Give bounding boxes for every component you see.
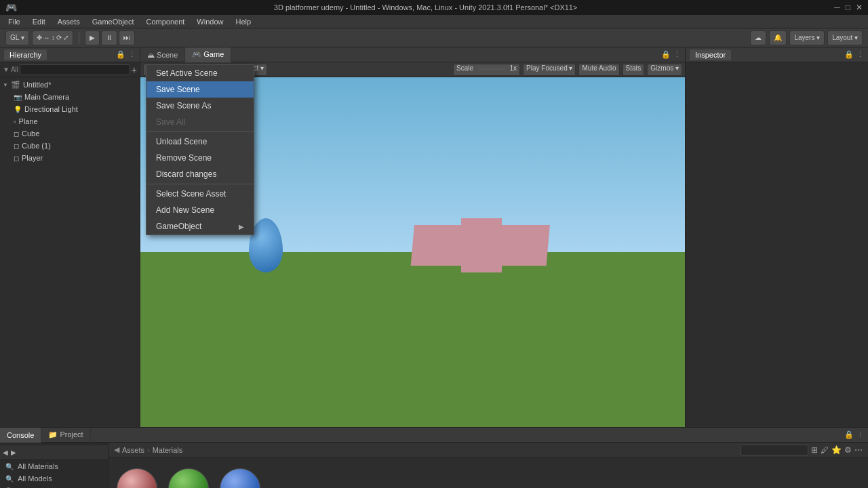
hierarchy-item-plane[interactable]: ▫ Plane	[0, 115, 140, 127]
scene-menu-icon[interactable]: ⋮	[673, 50, 681, 59]
console-tab[interactable]: Console	[0, 428, 41, 443]
all-materials-item[interactable]: 🔍 All Materials	[0, 460, 108, 472]
bottom-panels: Console 📁 Project 🔒 ⋮ ◀ ▶ 🔍 All Material…	[0, 427, 868, 488]
inspector-lock-icon[interactable]: 🔒	[844, 50, 854, 59]
project-nav: ◀ ▶ 🔍 All Materials 🔍 All Models 🔍 All P…	[0, 443, 108, 488]
bottom-lock-icon[interactable]: 🔒	[844, 430, 854, 439]
collab-button[interactable]: 🔔	[769, 30, 787, 45]
menu-window[interactable]: Window	[191, 16, 229, 27]
menu-edit[interactable]: Edit	[27, 16, 51, 27]
asset-btn3[interactable]: ⭐	[831, 445, 842, 455]
inspector-menu-icon[interactable]: ⋮	[856, 50, 864, 59]
ground-material-item[interactable]: Ground	[168, 468, 209, 488]
asset-btn5[interactable]: ⋯	[854, 445, 863, 455]
ctx-unload-scene[interactable]: Unload Scene	[146, 134, 254, 150]
game-tab[interactable]: 🎮 Game	[185, 47, 231, 62]
project-left-arrow[interactable]: ◀	[3, 449, 8, 456]
inspector-header: Inspector 🔒 ⋮	[686, 47, 868, 62]
breadcrumb-materials[interactable]: Materials	[153, 446, 183, 454]
asset-btn4[interactable]: ⚙	[844, 445, 852, 455]
inspector-panel: Inspector 🔒 ⋮	[685, 47, 868, 427]
light-icon: 💡	[14, 106, 22, 113]
player-material-item[interactable]: Player	[220, 468, 260, 488]
gizmos-btn[interactable]: Gizmos ▾	[647, 64, 682, 76]
search-icon: 🔍	[5, 463, 14, 470]
ctx-sep2	[146, 184, 254, 184]
all-models-item[interactable]: 🔍 All Models	[0, 472, 108, 485]
ctx-select-scene-asset[interactable]: Select Scene Asset	[146, 186, 254, 202]
hierarchy-content: ▼ 🎬 Untitled* 📷 Main Camera 💡 Directiona…	[0, 77, 140, 427]
asset-browser: ◀ Assets › Materials ⊞ 🖊 ⭐ ⚙ ⋯	[108, 443, 868, 488]
scale-label: Scale 1x	[453, 64, 520, 76]
hierarchy-panel: Hierarchy 🔒 ⋮ ▼ All + ▼ 🎬 Untitled* 📷 Ma…	[0, 47, 140, 427]
separator	[79, 32, 79, 44]
menu-component[interactable]: Component	[140, 16, 190, 27]
toolbar: GL ▾ ✥ ↔ ↕ ⟳ ⤢ ▶ ⏸ ⏭ ☁ 🔔 Layers ▾ Layout…	[0, 28, 868, 47]
menu-file[interactable]: File	[3, 16, 26, 27]
cube-material-item[interactable]: Cube	[117, 468, 157, 488]
hierarchy-item-light[interactable]: 💡 Directional Light	[0, 103, 140, 115]
inspector-tab[interactable]: Inspector	[690, 49, 731, 60]
ctx-save-all: Save All	[146, 114, 254, 130]
models-search-icon: 🔍	[5, 475, 14, 483]
cube-material-sphere	[117, 468, 157, 488]
scene-lock-icon[interactable]: 🔒	[661, 50, 671, 59]
scene-tab[interactable]: ⛰ Scene	[140, 47, 185, 62]
maximize-button[interactable]: □	[846, 3, 850, 12]
play-focused-btn[interactable]: Play Focused ▾	[523, 64, 576, 76]
bottom-tabs: Console 📁 Project 🔒 ⋮	[0, 428, 868, 443]
ctx-save-scene[interactable]: Save Scene	[146, 81, 254, 98]
hierarchy-filter-icon: ▼	[3, 66, 9, 73]
menu-bar: File Edit Assets GameObject Component Wi…	[0, 15, 868, 28]
cube-icon: ◻	[14, 130, 19, 138]
ctx-add-new-scene[interactable]: Add New Scene	[146, 202, 254, 218]
layers-button[interactable]: Layers ▾	[789, 30, 825, 45]
ctx-set-active-scene[interactable]: Set Active Scene	[146, 65, 254, 81]
all-prefabs-item[interactable]: 🔍 All Prefabs	[0, 485, 108, 488]
asset-search-input[interactable]	[741, 445, 808, 455]
project-tab[interactable]: 📁 Project	[41, 428, 90, 443]
layout-button[interactable]: Layout ▾	[827, 30, 863, 45]
play-controls: ▶ ⏸ ⏭	[85, 30, 135, 45]
window-title: 3D platformer udemy - Untitled - Windows…	[17, 3, 834, 12]
pause-button[interactable]: ⏸	[101, 30, 117, 45]
asset-btn1[interactable]: ⊞	[811, 445, 818, 455]
services-button[interactable]: ☁	[750, 30, 766, 45]
hierarchy-lock[interactable]: 🔒	[116, 50, 125, 59]
bottom-menu-icon[interactable]: ⋮	[856, 430, 864, 439]
context-menu: Set Active Scene Save Scene Save Scene A…	[146, 64, 254, 235]
gl-button[interactable]: GL ▾	[5, 30, 29, 45]
hierarchy-all-label: All	[11, 66, 18, 73]
hierarchy-tab[interactable]: Hierarchy	[4, 49, 47, 60]
scene-ground	[140, 252, 685, 427]
hierarchy-scene-root[interactable]: ▼ 🎬 Untitled*	[0, 79, 140, 91]
step-button[interactable]: ⏭	[119, 30, 135, 45]
play-button[interactable]: ▶	[85, 30, 100, 45]
menu-gameobject[interactable]: GameObject	[87, 16, 140, 27]
asset-btn2[interactable]: 🖊	[821, 445, 829, 455]
stats-btn[interactable]: Stats	[623, 64, 645, 76]
breadcrumb-root[interactable]: Assets	[122, 446, 144, 454]
ctx-save-scene-as[interactable]: Save Scene As	[146, 98, 254, 114]
transform-tools[interactable]: ✥ ↔ ↕ ⟳ ⤢	[32, 30, 73, 45]
menu-assets[interactable]: Assets	[52, 16, 85, 27]
project-right-arrow[interactable]: ▶	[11, 449, 16, 456]
ctx-remove-scene[interactable]: Remove Scene	[146, 150, 254, 166]
ctx-discard-changes[interactable]: Discard changes	[146, 166, 254, 182]
plane-icon: ▫	[14, 118, 16, 125]
app-icon: 🎮	[5, 2, 17, 13]
menu-help[interactable]: Help	[230, 16, 256, 27]
hierarchy-item-cube[interactable]: ◻ Cube	[0, 127, 140, 140]
hierarchy-item-cube1[interactable]: ◻ Cube (1)	[0, 140, 140, 152]
hierarchy-add-btn[interactable]: +	[132, 64, 137, 75]
camera-icon: 📷	[14, 94, 22, 101]
title-bar: 🎮 3D platformer udemy - Untitled - Windo…	[0, 0, 868, 15]
ctx-gameobject[interactable]: GameObject ▶	[146, 218, 254, 235]
hierarchy-item-camera[interactable]: 📷 Main Camera	[0, 91, 140, 103]
hierarchy-menu[interactable]: ⋮	[128, 50, 136, 59]
hierarchy-header: Hierarchy 🔒 ⋮	[0, 47, 140, 62]
mute-audio-btn[interactable]: Mute Audio	[578, 64, 619, 76]
hierarchy-item-player[interactable]: ◻ Player	[0, 152, 140, 164]
minimize-button[interactable]: ─	[834, 3, 840, 12]
close-button[interactable]: ✕	[856, 3, 863, 12]
